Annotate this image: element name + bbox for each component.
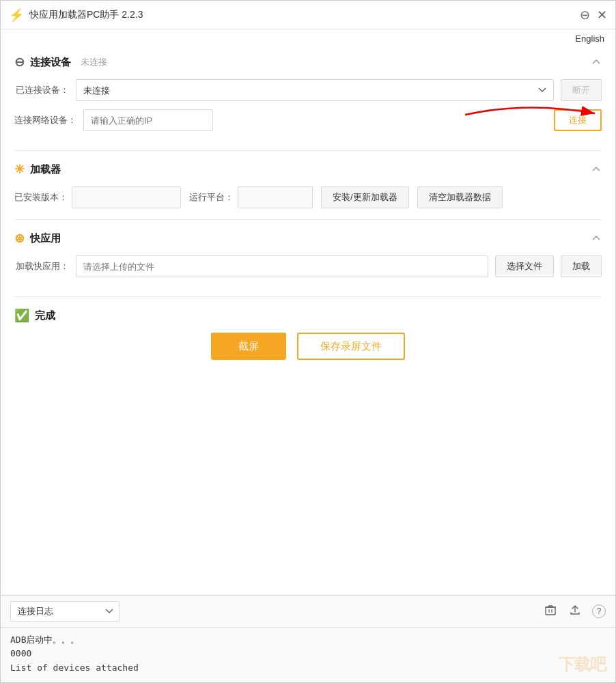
done-buttons: 截屏 保存录屏文件: [14, 333, 602, 360]
svg-rect-1: [546, 607, 555, 615]
network-device-row: 连接网络设备： 连接: [14, 109, 602, 131]
connect-section-header: ⊖ 连接设备 未连接: [14, 55, 602, 70]
clear-log-button[interactable]: [543, 602, 558, 620]
network-input-wrap: [83, 109, 547, 131]
installed-version-field: 已安装版本： 未安装: [14, 186, 181, 208]
connected-device-select[interactable]: 未连接: [76, 79, 554, 101]
loader-collapse-btn[interactable]: [591, 164, 602, 175]
done-section-title: ✅ 完成: [14, 308, 55, 323]
platform-field: 运行平台： 未安装: [189, 186, 313, 208]
loader-form-row: 已安装版本： 未安装 运行平台： 未安装 安装/更新加载器 清空加载器数据: [14, 186, 602, 208]
log-line-3: List of devices attached: [10, 661, 606, 675]
loader-section: ✳ 加载器 已安装版本： 未安装 运行平台： 未安装 安装/更新加载器 清空加载…: [14, 151, 602, 220]
load-app-button[interactable]: 加载: [561, 255, 602, 277]
lang-bar: English: [1, 29, 615, 44]
quickapp-section-header: ⊛ 快应用: [14, 231, 602, 246]
minimize-button[interactable]: ⊖: [580, 9, 590, 21]
loader-icon: ✳: [14, 162, 25, 177]
app-window: ⚡ 快应用加载器PC助手 2.2.3 ⊖ ✕ English ⊖ 连接设备 未连…: [0, 0, 616, 683]
log-toolbar: 连接日志 应用日志: [1, 596, 615, 628]
done-icon: ✅: [14, 308, 29, 323]
main-content: ⊖ 连接设备 未连接 已连接设备： 未连接 断开 连接网络设备：: [1, 44, 615, 483]
quickapp-section: ⊛ 快应用 加载快应用： 选择文件 加载: [14, 220, 602, 297]
log-line-2: 0000: [10, 647, 606, 661]
quickapp-load-row: 加载快应用： 选择文件 加载: [14, 255, 602, 277]
export-log-button[interactable]: [568, 602, 583, 620]
load-quickapp-label: 加载快应用：: [14, 260, 69, 273]
close-button[interactable]: ✕: [597, 9, 607, 21]
log-select-wrap: 连接日志 应用日志: [10, 601, 120, 622]
save-record-button[interactable]: 保存录屏文件: [297, 333, 405, 360]
platform-label: 运行平台：: [189, 191, 234, 204]
title-bar-controls: ⊖ ✕: [580, 9, 607, 21]
loader-title-text: 加载器: [30, 163, 61, 176]
connected-device-row: 已连接设备： 未连接 断开: [14, 79, 602, 101]
log-content: ADB启动中。。。 0000 List of devices attached: [1, 628, 615, 682]
disconnect-button[interactable]: 断开: [561, 79, 602, 101]
connect-button[interactable]: 连接: [554, 109, 602, 131]
select-file-button[interactable]: 选择文件: [495, 255, 554, 277]
log-action-icons: ?: [543, 602, 606, 620]
title-bar: ⚡ 快应用加载器PC助手 2.2.3 ⊖ ✕: [1, 1, 615, 29]
done-title-text: 完成: [35, 309, 55, 322]
done-section: ✅ 完成 截屏 保存录屏文件: [14, 297, 602, 371]
platform-input: 未安装: [238, 186, 313, 208]
connected-device-label: 已连接设备：: [14, 84, 69, 96]
quickapp-title-text: 快应用: [30, 232, 61, 245]
help-button[interactable]: ?: [592, 604, 606, 618]
loader-section-title: ✳ 加载器: [14, 162, 61, 177]
quickapp-collapse-btn[interactable]: [591, 233, 602, 244]
language-selector[interactable]: English: [575, 33, 604, 44]
loader-section-header: ✳ 加载器: [14, 162, 602, 177]
bottom-wrapper: 连接日志 应用日志: [1, 595, 615, 682]
connect-collapse-btn[interactable]: [591, 57, 602, 68]
installed-version-label: 已安装版本：: [14, 191, 68, 204]
log-area: 连接日志 应用日志: [1, 595, 615, 682]
screenshot-button[interactable]: 截屏: [211, 333, 286, 360]
file-path-input[interactable]: [76, 255, 488, 277]
spacer: [1, 483, 615, 595]
app-title: 快应用加载器PC助手 2.2.3: [29, 9, 143, 21]
network-ip-input[interactable]: [83, 109, 213, 131]
quickapp-section-title: ⊛ 快应用: [14, 231, 61, 246]
connect-icon: ⊖: [14, 55, 25, 70]
connect-section-title: ⊖ 连接设备 未连接: [14, 55, 107, 70]
connect-title-text: 连接设备: [30, 56, 71, 69]
network-device-label: 连接网络设备：: [14, 114, 76, 126]
connect-section: ⊖ 连接设备 未连接 已连接设备： 未连接 断开 连接网络设备：: [14, 44, 602, 151]
title-bar-left: ⚡ 快应用加载器PC助手 2.2.3: [9, 8, 143, 23]
installed-version-input: 未安装: [72, 186, 181, 208]
done-section-header: ✅ 完成: [14, 308, 602, 323]
connect-status: 未连接: [81, 56, 107, 68]
app-icon: ⚡: [9, 8, 24, 23]
log-type-select[interactable]: 连接日志 应用日志: [10, 601, 120, 622]
log-line-1: ADB启动中。。。: [10, 633, 606, 647]
clear-loader-button[interactable]: 清空加载器数据: [417, 186, 503, 208]
install-update-button[interactable]: 安装/更新加载器: [321, 186, 409, 208]
quickapp-icon: ⊛: [14, 231, 25, 246]
